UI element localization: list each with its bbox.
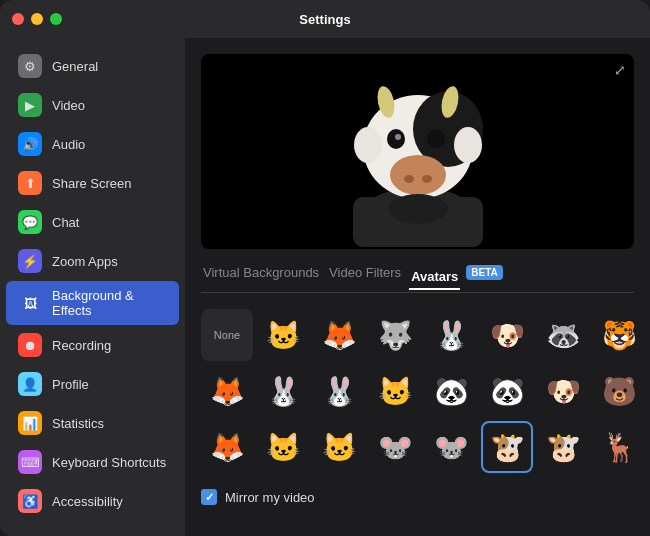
general-icon: ⚙ bbox=[18, 54, 42, 78]
expand-icon[interactable]: ⤢ bbox=[614, 62, 626, 78]
sidebar-item-label-recording: Recording bbox=[52, 338, 111, 353]
avatar-cell[interactable]: 🦊 bbox=[201, 365, 253, 417]
sidebar-item-label-profile: Profile bbox=[52, 377, 89, 392]
avatar-none[interactable]: None bbox=[201, 309, 253, 361]
avatars-section: None 🐱 🦊 🐺 🐰 🐶 🦝 🐯 🦊 🐰 🐰 🐱 🐼 🐼 🐶 🐻 🦊 bbox=[201, 305, 634, 473]
sidebar-item-keyboard[interactable]: ⌨Keyboard Shortcuts bbox=[6, 443, 179, 481]
avatar-cell[interactable]: 🐭 bbox=[425, 421, 477, 473]
sidebar-item-label-statistics: Statistics bbox=[52, 416, 104, 431]
avatar-cell-selected[interactable]: 🐮 bbox=[481, 421, 533, 473]
tab-video-filters[interactable]: Video Filters bbox=[327, 261, 403, 284]
avatar-cell[interactable]: 🐱 bbox=[369, 365, 421, 417]
sidebar-item-background[interactable]: 🖼Background & Effects bbox=[6, 281, 179, 325]
sidebar-item-label-video: Video bbox=[52, 98, 85, 113]
avatar-cell[interactable]: 🐱 bbox=[257, 309, 309, 361]
video-icon: ▶ bbox=[18, 93, 42, 117]
audio-icon: 🔊 bbox=[18, 132, 42, 156]
sidebar-item-chat[interactable]: 💬Chat bbox=[6, 203, 179, 241]
maximize-button[interactable] bbox=[50, 13, 62, 25]
apps-icon: ⚡ bbox=[18, 249, 42, 273]
sidebar-item-label-accessibility: Accessibility bbox=[52, 494, 123, 509]
mirror-checkbox[interactable] bbox=[201, 489, 217, 505]
avatar-cell[interactable]: 🦊 bbox=[201, 421, 253, 473]
sidebar-item-share-screen[interactable]: ⬆Share Screen bbox=[6, 164, 179, 202]
sidebar-item-video[interactable]: ▶Video bbox=[6, 86, 179, 124]
avatar-cell[interactable]: 🐱 bbox=[313, 421, 365, 473]
sidebar-item-accessibility[interactable]: ♿Accessibility bbox=[6, 482, 179, 520]
tab-avatars[interactable]: Avatars bbox=[409, 265, 460, 290]
sidebar-item-label-audio: Audio bbox=[52, 137, 85, 152]
avatar-cell[interactable]: 🦝 bbox=[537, 309, 589, 361]
svg-point-12 bbox=[404, 175, 414, 183]
avatar-cell[interactable]: 🐻 bbox=[593, 365, 645, 417]
avatar-cell[interactable]: 🦊 bbox=[313, 309, 365, 361]
avatar-cell[interactable]: 🐭 bbox=[369, 421, 421, 473]
traffic-lights bbox=[12, 13, 62, 25]
svg-point-10 bbox=[427, 129, 445, 149]
main-content: ⚙General▶Video🔊Audio⬆Share Screen💬Chat⚡Z… bbox=[0, 38, 650, 536]
tab-virtual-bg[interactable]: Virtual Backgrounds bbox=[201, 261, 321, 284]
main-panel: ⤢ bbox=[185, 38, 650, 536]
sidebar-item-label-chat: Chat bbox=[52, 215, 79, 230]
accessibility-icon: ♿ bbox=[18, 489, 42, 513]
avatar-cell[interactable]: 🐰 bbox=[313, 365, 365, 417]
sidebar-item-label-general: General bbox=[52, 59, 98, 74]
chat-icon: 💬 bbox=[18, 210, 42, 234]
share-screen-icon: ⬆ bbox=[18, 171, 42, 195]
avatar-cell[interactable]: 🐰 bbox=[257, 365, 309, 417]
window-title: Settings bbox=[299, 12, 350, 27]
background-icon: 🖼 bbox=[18, 291, 42, 315]
close-button[interactable] bbox=[12, 13, 24, 25]
sidebar: ⚙General▶Video🔊Audio⬆Share Screen💬Chat⚡Z… bbox=[0, 38, 185, 536]
sidebar-item-label-background: Background & Effects bbox=[52, 288, 167, 318]
sidebar-item-label-share-screen: Share Screen bbox=[52, 176, 132, 191]
svg-point-9 bbox=[395, 134, 401, 140]
avatar-cell[interactable]: 🐼 bbox=[481, 365, 533, 417]
avatar-cell[interactable]: 🐶 bbox=[537, 365, 589, 417]
avatar-preview bbox=[318, 57, 518, 247]
statistics-icon: 📊 bbox=[18, 411, 42, 435]
avatar-cell[interactable]: 🐰 bbox=[425, 309, 477, 361]
keyboard-icon: ⌨ bbox=[18, 450, 42, 474]
tabs-row: Virtual Backgrounds Video Filters Avatar… bbox=[201, 261, 634, 293]
sidebar-item-audio[interactable]: 🔊Audio bbox=[6, 125, 179, 163]
mirror-label: Mirror my video bbox=[225, 490, 315, 505]
video-preview: ⤢ bbox=[201, 54, 634, 249]
mirror-row: Mirror my video bbox=[201, 489, 634, 505]
sidebar-item-profile[interactable]: 👤Profile bbox=[6, 365, 179, 403]
sidebar-item-apps[interactable]: ⚡Zoom Apps bbox=[6, 242, 179, 280]
avatars-grid: None 🐱 🦊 🐺 🐰 🐶 🦝 🐯 🦊 🐰 🐰 🐱 🐼 🐼 🐶 🐻 🦊 bbox=[201, 309, 634, 473]
avatar-cell[interactable]: 🐱 bbox=[257, 421, 309, 473]
mirror-checkbox-wrapper[interactable]: Mirror my video bbox=[201, 489, 315, 505]
titlebar: Settings bbox=[0, 0, 650, 38]
profile-icon: 👤 bbox=[18, 372, 42, 396]
sidebar-item-label-apps: Zoom Apps bbox=[52, 254, 118, 269]
svg-point-5 bbox=[454, 127, 482, 163]
sidebar-item-recording[interactable]: ⏺Recording bbox=[6, 326, 179, 364]
svg-point-14 bbox=[388, 194, 448, 224]
avatar-cell[interactable]: 🐺 bbox=[369, 309, 421, 361]
recording-icon: ⏺ bbox=[18, 333, 42, 357]
avatar-cell[interactable]: 🐯 bbox=[593, 309, 645, 361]
avatar-cell[interactable]: 🐶 bbox=[481, 309, 533, 361]
avatar-cell[interactable]: 🐮 bbox=[537, 421, 589, 473]
svg-point-13 bbox=[422, 175, 432, 183]
sidebar-item-statistics[interactable]: 📊Statistics bbox=[6, 404, 179, 442]
beta-badge: BETA bbox=[466, 265, 502, 280]
avatar-cell[interactable]: 🐼 bbox=[425, 365, 477, 417]
avatar-cell[interactable]: 🦌 bbox=[593, 421, 645, 473]
sidebar-item-general[interactable]: ⚙General bbox=[6, 47, 179, 85]
minimize-button[interactable] bbox=[31, 13, 43, 25]
sidebar-item-label-keyboard: Keyboard Shortcuts bbox=[52, 455, 166, 470]
svg-point-4 bbox=[354, 127, 382, 163]
svg-point-11 bbox=[390, 155, 446, 195]
